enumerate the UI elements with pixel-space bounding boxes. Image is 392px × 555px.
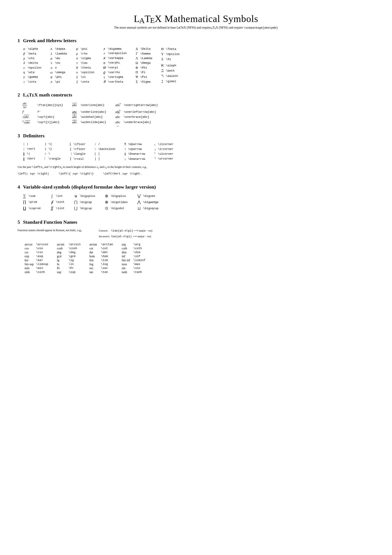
section-greek: 1 Greek and Hebrew letters α\alpha β\bet… xyxy=(18,38,374,84)
section-standard-functions: 5 Standard Function Names Function names… xyxy=(18,219,374,274)
page-title: LATEX LᴀTᴇX Mathematical Symbols Mathema… xyxy=(18,13,374,24)
section-num-4: 4 xyxy=(18,184,20,190)
greek-col-5: Δ\Delta Γ\Gamma Λ\Lambda Ω\Omega Φ\Phi Π… xyxy=(135,47,156,84)
page-subtitle: The more unusual symbols are not defined… xyxy=(18,26,374,29)
section-title-1: Greek and Hebrew letters xyxy=(23,38,76,44)
section-math-constructs: 2 LATEX math constructs abc xyz \frac{ab… xyxy=(18,92,374,125)
greek-col-1: α\alpha β\beta χ\chi δ\delta ε\epsilon η… xyxy=(22,47,45,84)
delimiters-table: || |\vert ‖\| ‖\Vert {\{ }\} ↑\ 〉\rangle… xyxy=(22,142,374,161)
section-num-2: 2 xyxy=(18,92,20,98)
section-num-3: 3 xyxy=(18,133,20,139)
section-variable-sized: 4 Variable-sized symbols (displayed form… xyxy=(18,184,374,211)
greek-col-6: Θ\Theta Υ\Upsilon Ξ\Xi ℵ\aleph ℶ\beth ℸ\… xyxy=(160,47,183,84)
section-title-5: Standard Function Names xyxy=(23,219,77,225)
greek-col-2: κ\kappa λ\lambda μ\mu ν\nu oo ω\omega φ\… xyxy=(49,47,71,84)
greek-col-3: ψ\psi ρ\rho σ\sigma τ\tau θ\theta υ\upsi… xyxy=(75,47,98,84)
delimiter-note: Use the pair \lefts1 and \rights2 to mat… xyxy=(18,164,374,176)
section-title-4: Variable-sized symbols (displayed formul… xyxy=(23,184,156,190)
function-desc: Function names should appear in Roman, n… xyxy=(18,228,88,232)
section-title-3: Delimiters xyxy=(23,133,44,139)
section-num-5: 5 xyxy=(18,219,20,225)
section-num-1: 1 xyxy=(18,38,20,44)
section-delimiters: 3 Delimiters || |\vert ‖\| ‖\Vert {\{ }\… xyxy=(18,133,374,176)
standard-functions-table: arccos\arccos cos\cos csc\csc exp\exp ke… xyxy=(24,242,374,274)
math-constructs-table: abc xyz \frac{abc}{xyz} abc \overline{ab… xyxy=(22,101,374,125)
greek-table: α\alpha β\beta χ\chi δ\delta ε\epsilon η… xyxy=(22,47,374,84)
greek-col-4: 𝟋\digamma ε\varepsilon ϰ\varkappa φ\varp… xyxy=(102,47,130,84)
correct-examples: Correct: \tan(at-n\pi) ⟶ tan(at − nπ) In… xyxy=(99,228,152,239)
variable-sized-table: ∑\sum ∏\prod ∐\coprod ∫\int ∮\oint ∬\iin… xyxy=(22,193,374,211)
section-title-2: LATEX math constructs xyxy=(23,92,72,98)
